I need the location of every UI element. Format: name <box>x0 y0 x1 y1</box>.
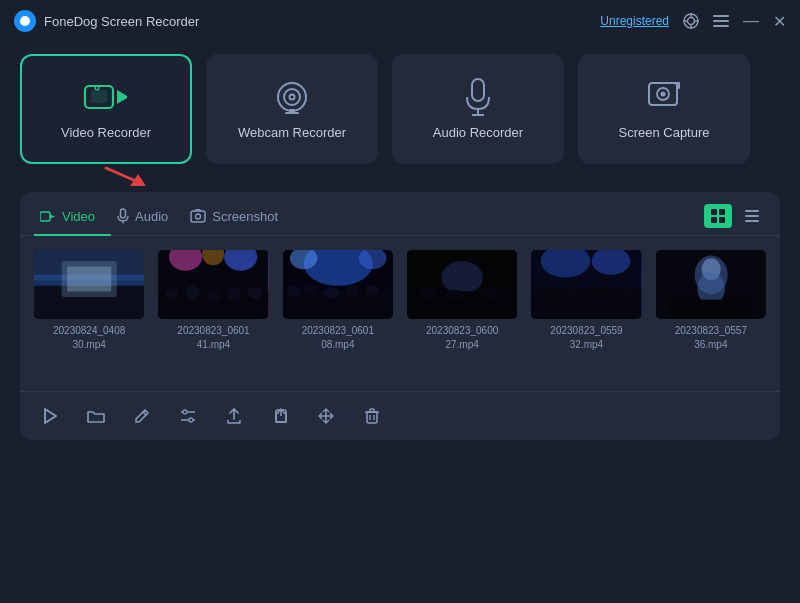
svg-rect-44 <box>34 286 144 319</box>
svg-point-53 <box>186 286 200 300</box>
title-left: FoneDog Screen Recorder <box>14 10 199 32</box>
arrow-indicator <box>102 164 146 186</box>
thumb-img-2 <box>158 250 268 319</box>
svg-point-64 <box>323 287 340 298</box>
bottom-toolbar <box>20 391 780 440</box>
mode-btn-webcam-recorder[interactable]: Webcam Recorder <box>206 54 378 164</box>
settings-button[interactable] <box>174 402 202 430</box>
svg-point-27 <box>661 91 666 96</box>
video-recorder-label: Video Recorder <box>61 125 151 140</box>
svg-point-19 <box>291 95 294 98</box>
recording-item-1[interactable]: 20230824_040830.mp4 <box>34 250 144 381</box>
svg-point-1 <box>688 18 695 25</box>
svg-point-33 <box>196 214 201 219</box>
tab-screenshot[interactable]: Screenshot <box>184 202 294 236</box>
svg-rect-8 <box>713 25 729 27</box>
webcam-recorder-icon <box>268 79 316 115</box>
recording-item-4[interactable]: 20230823_060027.mp4 <box>407 250 517 381</box>
mode-btn-screen-capture[interactable]: Screen Capture <box>578 54 750 164</box>
recording-label-6: 20230823_055736.mp4 <box>675 324 747 352</box>
svg-rect-37 <box>719 217 725 223</box>
svg-marker-29 <box>50 214 55 218</box>
svg-point-90 <box>183 410 187 414</box>
svg-point-54 <box>205 290 222 301</box>
app-logo-inner <box>20 16 30 26</box>
recording-item-6[interactable]: 20230823_055736.mp4 <box>656 250 766 381</box>
svg-line-14 <box>106 168 138 182</box>
svg-rect-6 <box>713 15 729 17</box>
tab-audio[interactable]: Audio <box>111 202 184 236</box>
recording-label-1: 20230824_040830.mp4 <box>53 324 125 352</box>
svg-point-69 <box>441 261 482 294</box>
audio-recorder-icon <box>454 79 502 115</box>
svg-point-73 <box>481 289 498 300</box>
svg-point-65 <box>345 284 359 298</box>
move-button[interactable] <box>312 402 340 430</box>
mode-btn-audio-recorder[interactable]: Audio Recorder <box>392 54 564 164</box>
svg-point-13 <box>96 86 98 88</box>
close-icon[interactable]: ✕ <box>773 12 786 31</box>
title-right: Unregistered — ✕ <box>600 12 786 31</box>
grid-view-button[interactable] <box>704 204 732 228</box>
target-icon[interactable] <box>683 13 699 29</box>
open-folder-button[interactable] <box>82 402 110 430</box>
svg-rect-40 <box>745 220 759 222</box>
recording-label-5: 20230823_055932.mp4 <box>550 324 622 352</box>
screen-capture-label: Screen Capture <box>618 125 709 140</box>
recording-label-3: 20230823_060108.mp4 <box>302 324 374 352</box>
thumb-img-6 <box>656 250 766 319</box>
webcam-recorder-label: Webcam Recorder <box>238 125 346 140</box>
recording-item-2[interactable]: 20230823_060141.mp4 <box>158 250 268 381</box>
recordings-panel: Video Audio <box>20 192 780 440</box>
screenshot-tab-label: Screenshot <box>212 209 278 224</box>
svg-point-55 <box>227 287 241 301</box>
tab-video[interactable]: Video <box>34 202 111 236</box>
export-button[interactable] <box>220 402 248 430</box>
svg-rect-32 <box>191 211 205 222</box>
svg-rect-46 <box>67 267 111 292</box>
svg-rect-38 <box>745 210 759 212</box>
svg-rect-51 <box>158 291 268 319</box>
app-logo <box>14 10 36 32</box>
delete-button[interactable] <box>358 402 386 430</box>
svg-marker-87 <box>45 409 56 423</box>
svg-rect-21 <box>285 112 299 114</box>
mode-row: Video Recorder Webcam Recorder <box>20 54 780 164</box>
minimize-icon[interactable]: — <box>743 12 759 30</box>
svg-rect-77 <box>531 289 641 319</box>
svg-rect-86 <box>669 300 752 319</box>
svg-rect-36 <box>711 217 717 223</box>
tab-left: Video Audio <box>34 202 294 235</box>
svg-point-63 <box>303 284 317 295</box>
main-content: Video Recorder Webcam Recorder <box>0 42 800 452</box>
tab-row: Video Audio <box>20 192 780 236</box>
svg-marker-11 <box>117 90 127 104</box>
svg-point-81 <box>621 287 635 298</box>
svg-line-88 <box>143 412 146 415</box>
svg-rect-39 <box>745 215 759 217</box>
screen-capture-icon <box>640 79 688 115</box>
audio-recorder-label: Audio Recorder <box>433 125 523 140</box>
thumb-img-3 <box>283 250 393 319</box>
svg-rect-97 <box>367 412 377 423</box>
mode-btn-video-recorder[interactable]: Video Recorder <box>20 54 192 164</box>
recording-label-4: 20230823_060027.mp4 <box>426 324 498 352</box>
menu-icon[interactable] <box>713 15 729 27</box>
edit-button[interactable] <box>128 402 156 430</box>
unregistered-link[interactable]: Unregistered <box>600 14 669 28</box>
svg-rect-7 <box>713 20 729 22</box>
svg-point-67 <box>381 289 392 297</box>
video-tab-icon <box>40 210 56 223</box>
recording-item-3[interactable]: 20230823_060108.mp4 <box>283 250 393 381</box>
title-bar: FoneDog Screen Recorder Unregistered — <box>0 0 800 42</box>
thumb-img-4 <box>407 250 517 319</box>
svg-point-52 <box>165 289 179 300</box>
svg-rect-22 <box>472 79 484 101</box>
play-button[interactable] <box>36 402 64 430</box>
svg-point-80 <box>593 286 607 297</box>
recording-item-5[interactable]: 20230823_055932.mp4 <box>531 250 641 381</box>
list-view-button[interactable] <box>738 204 766 228</box>
svg-point-62 <box>287 286 301 297</box>
share-button[interactable] <box>266 402 294 430</box>
svg-rect-61 <box>283 289 393 319</box>
